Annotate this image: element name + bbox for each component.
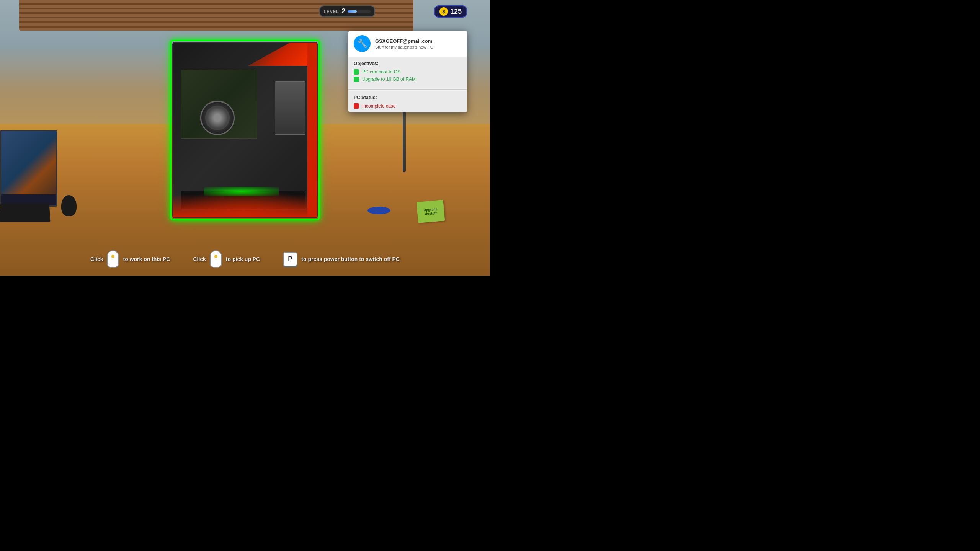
- quest-header: 🔧 GSXGEOFF@pmail.com Stuff for my daught…: [348, 31, 467, 57]
- status-item-1: Incomplete case: [354, 103, 462, 109]
- quest-icon: 🔧: [354, 35, 371, 52]
- game-scene: Upgrade dustoff LEVEL 2 $ 125 🔧 GSXGEOFF…: [0, 0, 490, 276]
- pc-case[interactable]: [172, 42, 318, 218]
- hud-level-bar: LEVEL 2: [319, 5, 375, 17]
- quest-email: GSXGEOFF@pmail.com: [375, 38, 433, 44]
- quest-panel: 🔧 GSXGEOFF@pmail.com Stuff for my daught…: [348, 31, 467, 112]
- objective-dot-1: [354, 69, 359, 75]
- desk-mouse: [61, 195, 77, 216]
- keyboard: [0, 203, 50, 222]
- sticky-line2: dustoff: [425, 211, 437, 216]
- objective-text-2: Upgrade to 16 GB of RAM: [362, 77, 416, 82]
- cpu-fan: [200, 101, 235, 135]
- objective-dot-2: [354, 77, 359, 82]
- money-icon: $: [439, 7, 448, 16]
- hud-money: $ 125: [434, 5, 467, 18]
- left-monitor-screen: [1, 131, 56, 194]
- motherboard: [181, 70, 257, 139]
- level-container: LEVEL 2: [319, 5, 375, 17]
- level-number: 2: [341, 7, 345, 15]
- mouse-icon-left: [107, 250, 119, 268]
- money-symbol: $: [442, 9, 445, 15]
- objective-item-1: PC can boot to OS: [354, 69, 462, 75]
- level-progress-bar: [348, 10, 371, 13]
- quest-subject: Stuff for my daughter's new PC: [375, 45, 433, 49]
- action2-pre: Click: [193, 256, 206, 262]
- objectives-title: Objectives:: [354, 61, 462, 66]
- hud-action-pickup: Click to pick up PC: [193, 250, 260, 268]
- objective-text-1: PC can boot to OS: [362, 69, 400, 75]
- left-monitor: [0, 130, 57, 207]
- hud-action-work: Click to work on this PC: [90, 250, 170, 268]
- quest-icon-symbol: 🔧: [357, 39, 368, 49]
- status-text-1: Incomplete case: [362, 103, 395, 109]
- mouse-icon-right: [210, 250, 222, 268]
- pc-red-top-accent: [248, 43, 317, 66]
- bottom-hud: Click to work on this PC Click to pick u…: [0, 250, 490, 268]
- action1-post: to work on this PC: [123, 256, 170, 262]
- action3-post: to press power button to switch off PC: [301, 256, 400, 262]
- key-p-icon: P: [283, 252, 297, 266]
- status-title: PC Status:: [354, 95, 462, 100]
- pc-red-bottom-accent: [173, 194, 317, 217]
- quest-status-section: PC Status: Incomplete case: [348, 91, 467, 112]
- mouse-scroll-left: [111, 255, 114, 258]
- money-amount: 125: [450, 8, 462, 16]
- quest-info: GSXGEOFF@pmail.com Stuff for my daughter…: [375, 38, 433, 49]
- key-p-label: P: [288, 255, 292, 263]
- mouse-scroll-right: [214, 255, 217, 258]
- action2-post: to pick up PC: [226, 256, 260, 262]
- level-label: LEVEL: [324, 9, 339, 14]
- blue-disc: [368, 207, 390, 214]
- action1-pre: Click: [90, 256, 103, 262]
- quest-objectives-section: Objectives: PC can boot to OS Upgrade to…: [348, 57, 467, 88]
- gpu-area: [275, 81, 305, 135]
- objective-item-2: Upgrade to 16 GB of RAM: [354, 77, 462, 82]
- hud-action-power: P to press power button to switch off PC: [283, 252, 400, 266]
- sticky-note: Upgrade dustoff: [416, 200, 445, 223]
- pc-body: [172, 42, 318, 218]
- status-dot-1: [354, 103, 359, 109]
- level-progress-fill: [348, 10, 357, 13]
- quest-divider: [348, 89, 467, 90]
